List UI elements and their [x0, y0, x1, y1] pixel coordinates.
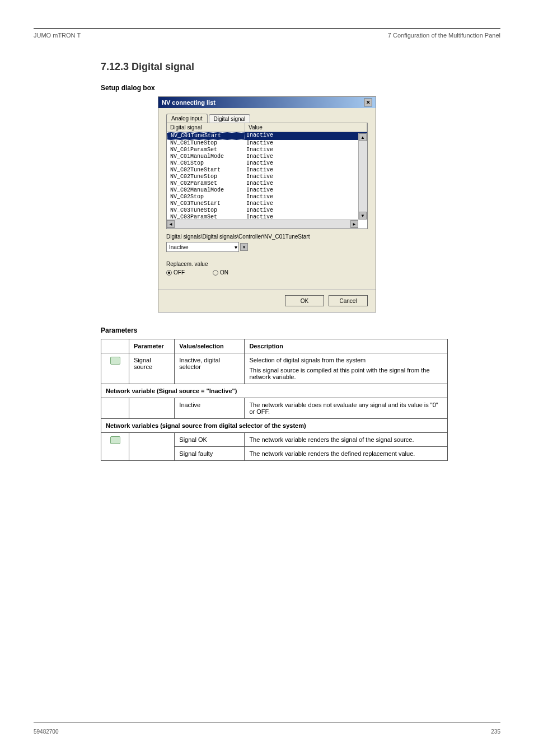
scroll-down-icon[interactable]: ▼ — [359, 212, 367, 220]
table-row: Signal source Inactive, digital selector… — [101, 353, 448, 384]
radio-on-label: ON — [220, 269, 228, 276]
list-item[interactable]: NV_C01ManualModeInactive — [167, 153, 367, 160]
dialog-title: NV connecting list — [162, 99, 216, 106]
scroll-up-icon[interactable]: ▲ — [359, 133, 367, 141]
list-item[interactable]: NV_C01TuneStopInactive — [167, 140, 367, 147]
book-icon — [110, 357, 120, 365]
dropdown-button[interactable]: ▾ — [240, 243, 248, 251]
list-item[interactable]: NV_C01StopInactive — [167, 160, 367, 167]
title-prefix: 7.12.3 — [101, 61, 129, 72]
signal-listview[interactable]: Digital signal Value NV_C01TuneStartInac… — [166, 123, 368, 229]
param-desc: The network variable does not evaluate a… — [245, 398, 448, 419]
table-subheader: Network variable (Signal source = "Inact… — [101, 384, 448, 398]
page-header: JUMO mTRON T 7 Configuration of the Mult… — [34, 32, 500, 39]
param-value: Inactive — [175, 398, 245, 419]
table-subheader: Network variables (signal source from di… — [101, 419, 448, 433]
close-icon[interactable]: ✕ — [364, 99, 372, 106]
dialog-titlebar: NV connecting list ✕ — [158, 97, 376, 108]
tab-strip: Analog input Digital signal — [166, 114, 368, 123]
scroll-left-icon[interactable]: ◄ — [167, 220, 175, 228]
section-label-setup: Setup dialog box — [101, 84, 500, 92]
table-row: Inactive The network variable does not e… — [101, 398, 448, 419]
signal-select-value: Inactive — [169, 244, 188, 250]
col-digital-signal[interactable]: Digital signal — [167, 123, 245, 132]
signal-select[interactable]: Inactive ▾ — [166, 242, 239, 252]
parameters-table: Parameter Value/selection Description Si… — [101, 339, 448, 461]
footer-right: 235 — [491, 729, 500, 735]
vertical-scrollbar[interactable]: ▲ ▼ — [358, 133, 367, 220]
col-description: Description — [245, 339, 448, 353]
list-item[interactable]: NV_C02TuneStartInactive — [167, 167, 367, 174]
radio-icon — [213, 270, 218, 276]
header-right: 7 Configuration of the Multifunction Pan… — [388, 32, 500, 39]
list-item[interactable]: NV_C02TuneStopInactive — [167, 174, 367, 180]
param-desc: Selection of digital signals from the sy… — [245, 353, 448, 384]
radio-on[interactable]: ON — [213, 269, 228, 276]
replacement-radio-group: OFF ON — [166, 269, 368, 276]
param-value: Inactive, digital selector — [175, 353, 245, 384]
param-desc: The network variable renders the signal … — [245, 433, 448, 447]
col-parameter: Parameter — [129, 339, 175, 353]
param-name: Signal source — [129, 353, 175, 384]
section-label-params: Parameters — [101, 326, 500, 334]
list-item[interactable]: NV_C03TuneStopInactive — [167, 207, 367, 214]
replacement-label: Replacem. value — [166, 261, 368, 267]
horizontal-scrollbar[interactable]: ◄ ► — [167, 220, 358, 228]
list-item[interactable]: NV_C02ParamSetInactive — [167, 180, 367, 187]
list-item[interactable]: NV_C01ParamSetInactive — [167, 147, 367, 153]
param-value: Signal OK — [175, 433, 245, 447]
list-item[interactable]: NV_C01TuneStartInactive — [167, 132, 367, 140]
radio-off[interactable]: OFF — [166, 269, 185, 276]
ok-button[interactable]: OK — [285, 295, 324, 306]
cancel-button[interactable]: Cancel — [329, 295, 368, 306]
tab-analog-input[interactable]: Analog input — [166, 114, 208, 123]
tab-digital-signal[interactable]: Digital signal — [209, 114, 251, 123]
radio-icon — [166, 270, 172, 276]
page-title: 7.12.3 Digital signal — [101, 61, 500, 73]
footer-left: 59482700 — [34, 729, 59, 735]
col-value: Value/selection — [175, 339, 245, 353]
footer-rule — [34, 722, 500, 722]
list-item[interactable]: NV_C03TuneStartInactive — [167, 200, 367, 207]
header-rule — [34, 28, 500, 29]
col-icon — [101, 339, 129, 353]
col-value[interactable]: Value — [245, 123, 367, 132]
page-footer: 59482700 235 — [34, 729, 500, 735]
radio-off-label: OFF — [174, 269, 185, 276]
breadcrumb: Digital signals\Digital signals\Controll… — [166, 234, 368, 240]
header-left: JUMO mTRON T — [34, 32, 81, 39]
table-row: Signal OK The network variable renders t… — [101, 433, 448, 447]
chevron-down-icon: ▾ — [235, 244, 237, 250]
book-icon — [110, 436, 120, 444]
scroll-right-icon[interactable]: ► — [350, 220, 358, 228]
list-item[interactable]: NV_C02StopInactive — [167, 194, 367, 200]
nv-connecting-dialog: NV connecting list ✕ Analog input Digita… — [158, 96, 376, 312]
list-header: Digital signal Value — [167, 123, 367, 132]
title-text: Digital signal — [132, 61, 194, 72]
list-item[interactable]: NV_C02ManualModeInactive — [167, 187, 367, 194]
param-desc: The network variable renders the defined… — [245, 447, 448, 461]
param-value: Signal faulty — [175, 447, 245, 461]
